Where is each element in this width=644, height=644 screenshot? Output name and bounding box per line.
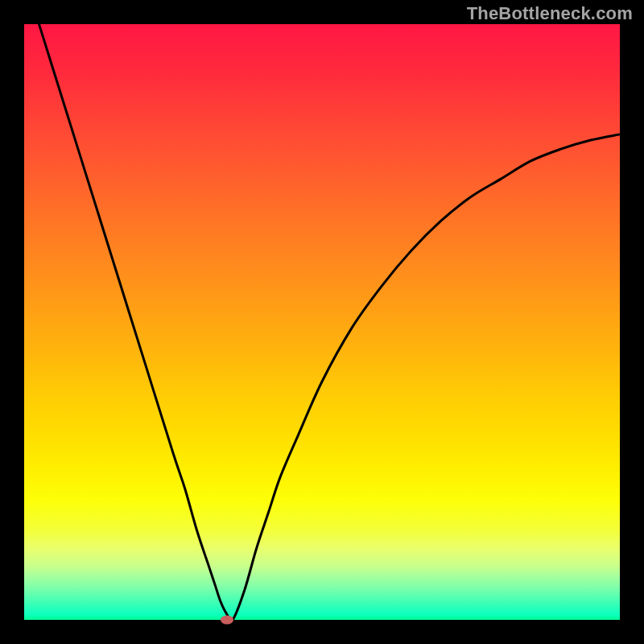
curve-svg (24, 24, 620, 620)
bottleneck-curve (24, 0, 620, 621)
chart-frame: TheBottleneck.com (0, 0, 644, 644)
watermark-text: TheBottleneck.com (467, 3, 633, 24)
optimum-marker (221, 616, 233, 625)
plot-area (24, 24, 620, 620)
